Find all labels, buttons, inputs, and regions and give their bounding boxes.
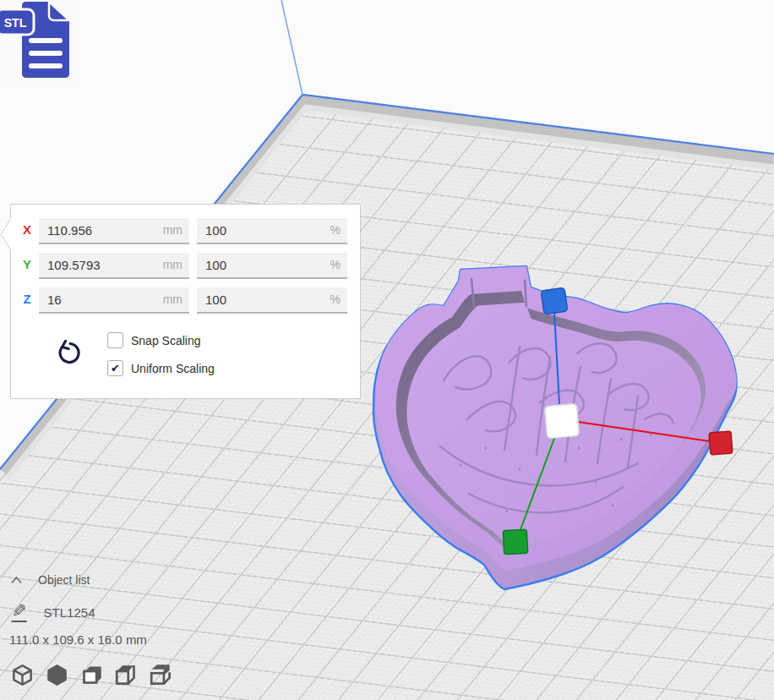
pencil-icon: ✎	[12, 602, 27, 622]
model-stl1254[interactable]	[359, 254, 756, 604]
snap-scaling-checkbox[interactable]: Snap Scaling	[107, 332, 201, 348]
uniform-scaling-label: Uniform Scaling	[131, 362, 215, 375]
view-front-icon	[80, 664, 103, 686]
scale-tool-panel: X mm % Y mm % Z mm	[10, 204, 361, 399]
scale-x-percent-field: %	[197, 218, 347, 244]
scale-y-percent-input[interactable]	[197, 253, 347, 277]
scale-z-mm-field: mm	[39, 287, 189, 314]
scale-x-mm-field: mm	[39, 218, 189, 244]
view-top-icon	[115, 664, 138, 686]
reset-scale-button[interactable]	[54, 340, 81, 369]
scale-handle-y[interactable]	[503, 529, 527, 554]
axis-x-label: X	[18, 222, 36, 237]
slicer-window: STL X mm % Y mm	[0, 0, 774, 700]
scale-y-mm-input[interactable]	[39, 253, 189, 277]
uniform-scaling-checkbox[interactable]: ✔ Uniform Scaling	[107, 360, 215, 376]
scale-z-percent-field: %	[197, 287, 347, 314]
view-toolbar	[10, 663, 172, 686]
reset-icon	[54, 340, 81, 369]
uniform-scaling-checkmark: ✔	[107, 360, 123, 376]
object-dimensions: 111.0 x 109.6 x 16.0 mm	[9, 632, 147, 647]
chevron-up-icon	[10, 576, 23, 584]
view-3d-button[interactable]	[10, 663, 34, 686]
scale-x-mm-input[interactable]	[39, 218, 189, 243]
view-layers-button[interactable]	[149, 663, 172, 686]
object-list-title: Object list	[38, 573, 90, 587]
scale-x-percent-input[interactable]	[197, 218, 347, 243]
axis-y-label: Y	[18, 257, 36, 271]
scale-handle-center[interactable]	[544, 403, 579, 438]
scale-row-z: Z mm %	[11, 287, 360, 314]
stl-file-icon[interactable]: STL	[0, 0, 76, 82]
scale-z-percent-input[interactable]	[197, 287, 347, 312]
scale-handle-x[interactable]	[709, 431, 733, 455]
view-3d-icon	[11, 664, 34, 686]
view-solid-icon	[46, 664, 68, 686]
axis-z-label: Z	[18, 292, 36, 306]
object-item-name: STL1254	[44, 605, 95, 620]
scale-row-y: Y mm %	[11, 253, 360, 279]
scale-y-percent-field: %	[197, 253, 347, 279]
stl-badge-label: STL	[4, 16, 27, 30]
scale-y-mm-field: mm	[39, 253, 189, 279]
view-layers-icon	[150, 664, 172, 686]
view-front-button[interactable]	[79, 663, 103, 686]
panel-pointer	[0, 218, 11, 250]
scale-handle-z[interactable]	[541, 287, 568, 314]
view-top-button[interactable]	[114, 663, 138, 686]
scale-z-mm-input[interactable]	[39, 287, 189, 312]
scale-row-x: X mm %	[11, 218, 360, 244]
object-list-header[interactable]: Object list	[10, 573, 90, 587]
snap-scaling-checkmark	[107, 332, 123, 348]
document-icon: STL	[0, 0, 76, 82]
snap-scaling-label: Snap Scaling	[131, 334, 201, 347]
view-solid-button[interactable]	[45, 663, 68, 686]
object-list-item[interactable]: ✎ STL1254	[12, 602, 95, 622]
